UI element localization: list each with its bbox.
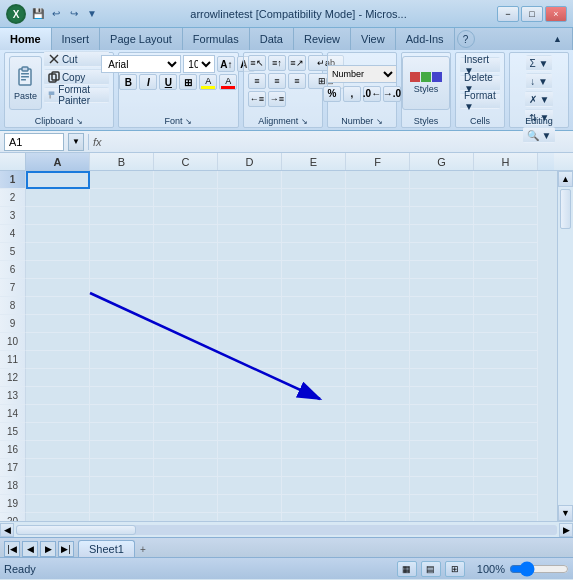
cell-G19[interactable] — [410, 495, 474, 513]
cell-G8[interactable] — [410, 297, 474, 315]
row-number-8[interactable]: 8 — [0, 297, 26, 315]
cell-D1[interactable] — [218, 171, 282, 189]
comma-btn[interactable]: , — [343, 86, 361, 102]
cell-B20[interactable] — [90, 513, 154, 521]
cell-H16[interactable] — [474, 441, 538, 459]
cell-E19[interactable] — [282, 495, 346, 513]
cell-D10[interactable] — [218, 333, 282, 351]
cell-E17[interactable] — [282, 459, 346, 477]
cell-E5[interactable] — [282, 243, 346, 261]
cell-B17[interactable] — [90, 459, 154, 477]
cell-H2[interactable] — [474, 189, 538, 207]
cell-C13[interactable] — [154, 387, 218, 405]
fill-color-button[interactable]: A — [199, 74, 217, 90]
window-controls[interactable]: − □ × — [497, 6, 567, 22]
tab-review[interactable]: Review — [294, 28, 351, 50]
cell-G17[interactable] — [410, 459, 474, 477]
page-break-view-btn[interactable]: ⊞ — [445, 561, 465, 577]
find-select-btn[interactable]: 🔍 ▼ — [523, 127, 556, 143]
tab-formulas[interactable]: Formulas — [183, 28, 250, 50]
cell-E18[interactable] — [282, 477, 346, 495]
cell-C9[interactable] — [154, 315, 218, 333]
cell-A16[interactable] — [26, 441, 90, 459]
row-number-4[interactable]: 4 — [0, 225, 26, 243]
tab-data[interactable]: Data — [250, 28, 294, 50]
scroll-down-btn[interactable]: ▼ — [558, 505, 573, 521]
tab-home[interactable]: Home — [0, 28, 52, 50]
styles-button[interactable]: Styles — [402, 56, 450, 110]
cell-F14[interactable] — [346, 405, 410, 423]
col-header-e[interactable]: E — [282, 153, 346, 170]
row-number-12[interactable]: 12 — [0, 369, 26, 387]
tab-help[interactable]: ? — [457, 30, 475, 48]
row-number-3[interactable]: 3 — [0, 207, 26, 225]
cell-A7[interactable] — [26, 279, 90, 297]
cell-B5[interactable] — [90, 243, 154, 261]
cell-H19[interactable] — [474, 495, 538, 513]
cell-A3[interactable] — [26, 207, 90, 225]
cell-H17[interactable] — [474, 459, 538, 477]
cell-E8[interactable] — [282, 297, 346, 315]
scroll-track[interactable] — [558, 187, 573, 505]
cell-B18[interactable] — [90, 477, 154, 495]
cell-B9[interactable] — [90, 315, 154, 333]
cell-D3[interactable] — [218, 207, 282, 225]
align-left-btn[interactable]: ≡ — [248, 73, 266, 89]
cell-E11[interactable] — [282, 351, 346, 369]
maximize-btn[interactable]: □ — [521, 6, 543, 22]
ribbon-minimize-btn[interactable]: ▲ — [543, 28, 573, 50]
row-number-19[interactable]: 19 — [0, 495, 26, 513]
tab-page-layout[interactable]: Page Layout — [100, 28, 183, 50]
cell-F6[interactable] — [346, 261, 410, 279]
col-header-c[interactable]: C — [154, 153, 218, 170]
cell-B11[interactable] — [90, 351, 154, 369]
cell-G15[interactable] — [410, 423, 474, 441]
row-number-6[interactable]: 6 — [0, 261, 26, 279]
cell-G20[interactable] — [410, 513, 474, 521]
scroll-thumb[interactable] — [560, 189, 571, 229]
delete-cells-btn[interactable]: Delete ▼ — [460, 75, 500, 91]
tab-view[interactable]: View — [351, 28, 396, 50]
cell-B6[interactable] — [90, 261, 154, 279]
cell-C12[interactable] — [154, 369, 218, 387]
cell-E1[interactable] — [282, 171, 346, 189]
cell-H4[interactable] — [474, 225, 538, 243]
align-top-left-btn[interactable]: ≡↖ — [248, 55, 266, 71]
number-format-select[interactable]: NumberGeneralCurrency — [327, 65, 397, 83]
close-btn[interactable]: × — [545, 6, 567, 22]
underline-button[interactable]: U — [159, 74, 177, 90]
cell-G16[interactable] — [410, 441, 474, 459]
cell-B12[interactable] — [90, 369, 154, 387]
cell-D7[interactable] — [218, 279, 282, 297]
cell-B19[interactable] — [90, 495, 154, 513]
h-scroll-thumb[interactable] — [16, 525, 136, 535]
cell-E12[interactable] — [282, 369, 346, 387]
cell-G13[interactable] — [410, 387, 474, 405]
cell-H10[interactable] — [474, 333, 538, 351]
cell-C5[interactable] — [154, 243, 218, 261]
cell-F20[interactable] — [346, 513, 410, 521]
normal-view-btn[interactable]: ▦ — [397, 561, 417, 577]
font-color-button[interactable]: A — [219, 74, 237, 90]
cell-C17[interactable] — [154, 459, 218, 477]
cell-A13[interactable] — [26, 387, 90, 405]
cell-B14[interactable] — [90, 405, 154, 423]
font-size-select[interactable]: 10 — [183, 55, 215, 73]
format-painter-button[interactable]: Format Painter — [44, 87, 109, 103]
cell-C15[interactable] — [154, 423, 218, 441]
cell-G4[interactable] — [410, 225, 474, 243]
decrease-decimal-btn[interactable]: .0← — [363, 86, 381, 102]
col-header-d[interactable]: D — [218, 153, 282, 170]
cell-G3[interactable] — [410, 207, 474, 225]
increase-font-btn[interactable]: A↑ — [217, 56, 235, 72]
cell-A8[interactable] — [26, 297, 90, 315]
percent-btn[interactable]: % — [323, 86, 341, 102]
format-cells-btn[interactable]: Format ▼ — [460, 93, 500, 109]
paste-button[interactable]: Paste — [9, 56, 42, 110]
save-quick-btn[interactable]: 💾 — [30, 6, 46, 22]
cell-A1[interactable] — [26, 171, 90, 189]
row-number-13[interactable]: 13 — [0, 387, 26, 405]
formula-input[interactable] — [106, 133, 569, 151]
cell-E13[interactable] — [282, 387, 346, 405]
cell-E20[interactable] — [282, 513, 346, 521]
